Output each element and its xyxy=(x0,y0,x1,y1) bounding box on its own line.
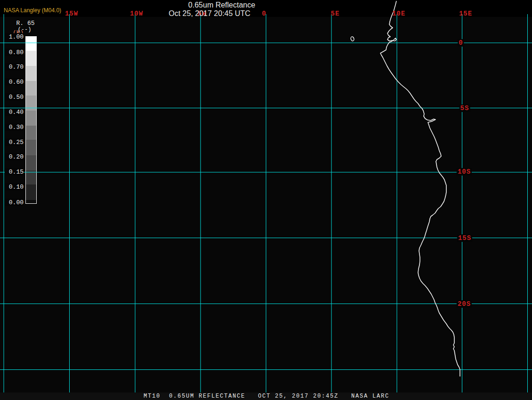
status-bar: MT10 0.65UM REFLECTANCE OCT 25, 2017 20:… xyxy=(0,392,532,400)
longitude-label: 15W xyxy=(64,10,79,17)
status-bar-text: MT10 0.65UM REFLECTANCE OCT 25, 2017 20:… xyxy=(144,393,389,400)
longitude-label: 0 xyxy=(261,10,267,17)
colorbar-tick-label: 0.10 xyxy=(5,184,24,191)
page-timestamp: Oct 25, 2017 20:45 UTC xyxy=(169,9,250,18)
satellite-image-viewer: NASA Langley (M04.0) 0.65um Reflectance … xyxy=(0,0,532,400)
colorbar-tick-label: 0.00 xyxy=(5,199,24,206)
colorbar-tick-label: 0.25 xyxy=(5,139,24,146)
longitude-label: 15E xyxy=(458,10,473,17)
longitude-label: 5E xyxy=(330,10,341,17)
latitude-label: 15S xyxy=(457,234,472,242)
colorbar-tick-label: 0.60 xyxy=(5,79,24,86)
colorbar-tick-label: 0.20 xyxy=(5,153,24,160)
latitude-label: 10S xyxy=(457,168,472,176)
longitude-label: 10W xyxy=(129,10,144,17)
latitude-label: 20S xyxy=(457,300,472,308)
credit-label: NASA Langley (M04.0) xyxy=(4,7,61,14)
colorbar-tick-label: 0.70 xyxy=(5,64,24,71)
colorbar-frame xyxy=(25,36,37,204)
colorbar-tick-label: 1.00 xyxy=(5,33,24,40)
colorbar-title: R. 65 xyxy=(12,20,39,27)
colorbar-tick-label: 0.40 xyxy=(5,109,24,116)
longitude-label: 10E xyxy=(391,10,406,17)
colorbar-tick-label: 0.30 xyxy=(5,124,24,131)
map-area xyxy=(0,17,532,392)
latitude-label: 5S xyxy=(459,104,470,112)
colorbar-subtitle: (--) xyxy=(12,26,37,33)
colorbar-tick-label: 0.80 xyxy=(5,49,24,56)
colorbar-tick-label: 0.15 xyxy=(5,168,24,176)
latitude-label: 0 xyxy=(458,39,464,47)
page-title: 0.65um Reflectance xyxy=(188,1,255,9)
colorbar-tick-label: 0.50 xyxy=(5,94,24,101)
